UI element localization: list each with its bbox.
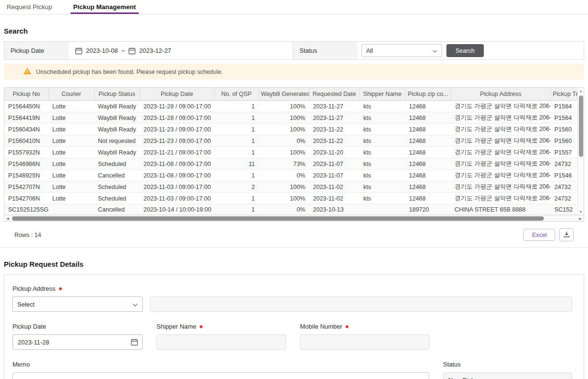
excel-export-button[interactable]: Excel: [523, 229, 555, 241]
column-header[interactable]: Pickup Date: [140, 88, 214, 101]
table-cell: Lotte: [48, 193, 94, 204]
table-cell: Waybill Ready: [94, 147, 140, 158]
table-cell: kts: [360, 147, 405, 158]
pickup-address-select[interactable]: Select: [12, 296, 143, 312]
table-row[interactable]: P1560434NLotteWaybill Ready2023-11-23 / …: [4, 124, 577, 135]
table-cell: 100%: [259, 181, 309, 193]
table-cell: 경기도 가평군 설악면 다락재로 206-19 test: [451, 135, 551, 147]
required-dot-icon: [346, 325, 348, 328]
tab-pickup-management[interactable]: Pickup Management: [71, 0, 139, 14]
pickup-date-label: Pickup Date: [12, 323, 46, 330]
table-cell: SC152: [551, 204, 577, 215]
table-cell: P1557: [551, 147, 577, 158]
column-header[interactable]: Pickup Address: [451, 88, 551, 101]
table-cell: Lotte: [48, 158, 94, 170]
tab-request-pickup[interactable]: Request Pickup: [4, 0, 55, 14]
section-divider: [0, 247, 588, 248]
column-header[interactable]: No. of QSP: [214, 88, 259, 101]
table-row[interactable]: P1564450NLotteWaybill Ready2023-11-28 / …: [4, 101, 577, 112]
scroll-left-icon[interactable]: ◀: [4, 217, 11, 220]
pickup-date-filter-label: Pickup Date: [4, 42, 69, 59]
table-cell: 2023-11-02: [309, 193, 360, 204]
required-dot-icon: [59, 287, 62, 290]
table-row[interactable]: P1546986NLotteScheduled2023-11-08 / 09:0…: [4, 158, 577, 170]
table-row[interactable]: P1546925NLotteCancelled2023-11-08 / 09:0…: [4, 170, 577, 181]
pickup-address-input[interactable]: [150, 296, 572, 312]
memo-label-row: Memo: [12, 361, 429, 368]
search-button[interactable]: Search: [446, 44, 484, 57]
table-cell: kts: [360, 170, 405, 181]
column-header[interactable]: Pickup zip co...: [405, 88, 451, 101]
table-cell: P1564419N: [4, 112, 48, 124]
mobile-number-label: Mobile Number: [300, 323, 342, 330]
table-row[interactable]: P1564419NLotteWaybill Ready2023-11-28 / …: [4, 112, 577, 124]
table-cell: Cancelled: [94, 204, 140, 215]
table-cell: [48, 204, 94, 215]
mobile-number-label-row: Mobile Number: [300, 323, 430, 330]
table-cell: 2023-11-20: [309, 147, 360, 158]
table-cell: 2023-11-22: [309, 135, 360, 147]
vertical-scrollbar[interactable]: ▲ ▼: [577, 88, 584, 215]
table-cell: 경기도 가평군 설악면 다락재로 206-19 test: [451, 170, 551, 181]
table-cell: Lotte: [48, 147, 94, 158]
table-cell: 경기도 가평군 설악면 다락재로 206-19 test: [451, 101, 551, 112]
table-cell: 1: [214, 101, 259, 112]
column-header[interactable]: Requested Date: [309, 88, 360, 101]
table-cell: Lotte: [48, 112, 94, 124]
pickup-date-label-row: Pickup Date: [12, 323, 143, 330]
download-button[interactable]: [559, 228, 574, 241]
table-row[interactable]: P1557932NLotteWaybill Ready2023-11-21 / …: [4, 147, 577, 158]
calendar-icon[interactable]: [131, 338, 138, 346]
table-cell: kts: [360, 101, 405, 112]
table-cell: 경기도 가평군 설악면 다락재로 206-19 test: [451, 158, 551, 170]
table-cell: 12468: [405, 124, 451, 135]
status-input: [443, 372, 572, 379]
calendar-icon[interactable]: [128, 47, 136, 55]
table-header-row: Pickup NoCourierPickup StatusPickup Date…: [4, 88, 577, 101]
table-cell: 0%: [259, 204, 309, 215]
table-cell: 2023-11-08 / 09:00-17:00: [140, 170, 214, 181]
table-row[interactable]: P1560410NLotteNot requested2023-11-23 / …: [4, 135, 577, 147]
status-filter-field: All Search: [358, 42, 584, 59]
scroll-down-icon[interactable]: ▼: [579, 209, 583, 215]
table-cell: 100%: [259, 147, 309, 158]
mobile-number-input[interactable]: [300, 334, 430, 350]
scroll-up-icon[interactable]: ▲: [579, 88, 583, 94]
table-cell: Scheduled: [94, 158, 140, 170]
table-cell: kts: [360, 158, 405, 170]
vertical-scrollbar-thumb[interactable]: [579, 95, 583, 157]
date-from-value[interactable]: 2023-10-08: [86, 47, 118, 54]
table-row[interactable]: P1542707NLotteScheduled2023-11-03 / 09:0…: [4, 181, 577, 193]
column-header[interactable]: Pickup Status: [94, 88, 140, 101]
search-heading: Search: [4, 27, 584, 35]
shipper-name-input[interactable]: [156, 334, 286, 350]
horizontal-scrollbar[interactable]: ◀ ▶: [4, 215, 584, 221]
pickup-address-label: Pickup Address: [12, 285, 56, 292]
calendar-icon[interactable]: [75, 47, 83, 55]
table-cell: 2023-11-23 / 09:00-17:00: [140, 124, 214, 135]
column-header[interactable]: Pickup No: [4, 88, 48, 101]
table-cell: 경기도 가평군 설악면 다락재로 206-19 test: [451, 147, 551, 158]
table-cell: 0%: [259, 135, 309, 147]
shipper-name-label: Shipper Name: [156, 323, 196, 330]
status-select[interactable]: All: [361, 44, 442, 57]
table-row[interactable]: P1542706NLotteScheduled2023-11-03 / 09:0…: [4, 193, 577, 204]
scroll-right-icon[interactable]: ▶: [577, 217, 584, 220]
column-header[interactable]: Pickup Tr...: [551, 88, 577, 101]
horizontal-scrollbar-track[interactable]: [11, 215, 577, 221]
pickup-date-input[interactable]: [12, 334, 143, 350]
horizontal-scrollbar-thumb[interactable]: [12, 216, 544, 221]
column-header[interactable]: Courier: [48, 88, 94, 101]
table-cell: 2023-11-03 / 09:00-17:00: [140, 193, 214, 204]
table-cell: P1564: [551, 101, 577, 112]
table-cell: kts: [360, 112, 405, 124]
table-cell: 12468: [405, 193, 451, 204]
memo-input[interactable]: [12, 372, 429, 379]
table-cell: 11: [214, 158, 259, 170]
date-to-value[interactable]: 2023-12-27: [139, 47, 171, 54]
column-header[interactable]: Shipper Name: [360, 88, 405, 101]
table-cell: P1542707N: [4, 181, 48, 193]
table-row[interactable]: SC1525125SG...Cancelled2023-10-14 / 10:0…: [4, 204, 577, 215]
column-header[interactable]: Waybill Generated: [259, 88, 309, 101]
table-cell: 2023-11-07: [309, 158, 360, 170]
